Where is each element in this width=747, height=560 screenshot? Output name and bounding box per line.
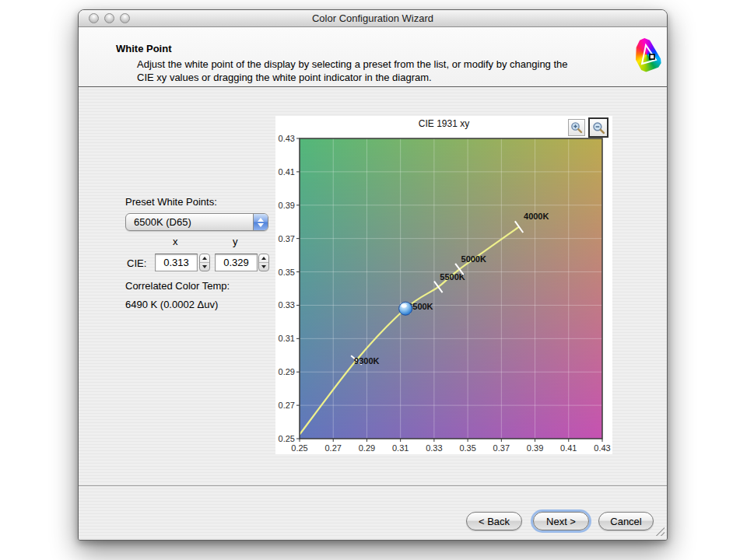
cie-gamut-logo-icon	[635, 38, 661, 72]
correlated-color-temp-value: 6490 K (0.0002 Δuv)	[125, 299, 218, 310]
correlated-color-temp-label: Correlated Color Temp:	[125, 280, 230, 292]
dropdown-arrows-icon	[253, 214, 268, 230]
temperature-label: 5500K	[440, 272, 465, 282]
cie-y-input[interactable]	[215, 254, 258, 271]
preset-white-points-label: Preset White Points:	[125, 196, 217, 208]
step-description-line2: CIE xy values or dragging the white poin…	[137, 72, 432, 83]
x-tick-label: 0.29	[359, 443, 375, 453]
next-button[interactable]: Next >	[533, 512, 589, 530]
temperature-label: 9300K	[354, 356, 379, 366]
cie-y-stepper[interactable]	[258, 254, 269, 271]
preset-white-points-dropdown[interactable]: 6500K (D65)	[125, 213, 268, 231]
window-title: Color Configuration Wizard	[79, 12, 667, 24]
stepper-down-icon[interactable]	[202, 265, 207, 268]
wizard-footer: < Back Next > Cancel	[79, 485, 667, 540]
column-y-label: y	[233, 236, 238, 247]
step-description-line1: Adjust the white point of the display by…	[137, 58, 568, 70]
x-tick-label: 0.37	[493, 443, 510, 453]
cie-chromaticity-diagram: 9300K6500K5500K5000K4000K0.250.270.290.3…	[275, 116, 612, 454]
cie-x-stepper[interactable]	[199, 254, 210, 271]
y-tick-label: 0.31	[279, 334, 295, 343]
cancel-button[interactable]: Cancel	[598, 512, 654, 530]
y-tick-label: 0.33	[279, 300, 295, 310]
cie-diagram-panel: CIE 1931 xy	[275, 116, 612, 454]
temperature-label: 4000K	[524, 212, 549, 221]
y-tick-label: 0.37	[279, 234, 295, 243]
white-point-highlight	[402, 304, 407, 308]
title-bar[interactable]: Color Configuration Wizard	[79, 10, 667, 27]
y-tick-label: 0.25	[279, 434, 295, 443]
stepper-down-icon[interactable]	[261, 265, 266, 268]
x-tick-label: 0.39	[527, 443, 543, 453]
cie-x-input[interactable]	[155, 254, 198, 271]
white-point-indicator[interactable]	[399, 302, 412, 315]
back-button[interactable]: < Back	[466, 512, 522, 530]
y-tick-label: 0.43	[279, 134, 295, 143]
x-tick-label: 0.25	[291, 443, 307, 453]
temperature-label: 5000K	[461, 254, 486, 264]
y-tick-label: 0.27	[279, 401, 295, 410]
color-configuration-wizard-window: Color Configuration Wizard White Point A…	[78, 9, 668, 541]
x-tick-label: 0.33	[426, 443, 442, 453]
x-tick-label: 0.41	[560, 443, 577, 453]
y-tick-label: 0.39	[279, 201, 295, 210]
x-tick-label: 0.43	[594, 443, 610, 453]
y-tick-label: 0.41	[279, 167, 295, 177]
x-tick-label: 0.27	[325, 443, 342, 453]
preset-selected-value: 6500K (D65)	[134, 216, 191, 228]
stepper-up-icon[interactable]	[202, 257, 207, 260]
resize-grip[interactable]	[654, 525, 665, 536]
y-tick-label: 0.35	[279, 268, 295, 277]
step-description: Adjust the white point of the display by…	[137, 58, 627, 84]
stepper-up-icon[interactable]	[261, 257, 266, 260]
wizard-step-header: White Point Adjust the white point of th…	[79, 27, 667, 87]
column-x-label: x	[173, 236, 178, 247]
step-title: White Point	[116, 43, 172, 54]
x-tick-label: 0.31	[392, 443, 409, 453]
y-tick-label: 0.29	[279, 367, 295, 376]
wizard-content: Preset White Points: 6500K (D65) x y CIE…	[79, 87, 667, 485]
cie-label: CIE:	[127, 257, 146, 269]
x-tick-label: 0.35	[459, 443, 475, 453]
